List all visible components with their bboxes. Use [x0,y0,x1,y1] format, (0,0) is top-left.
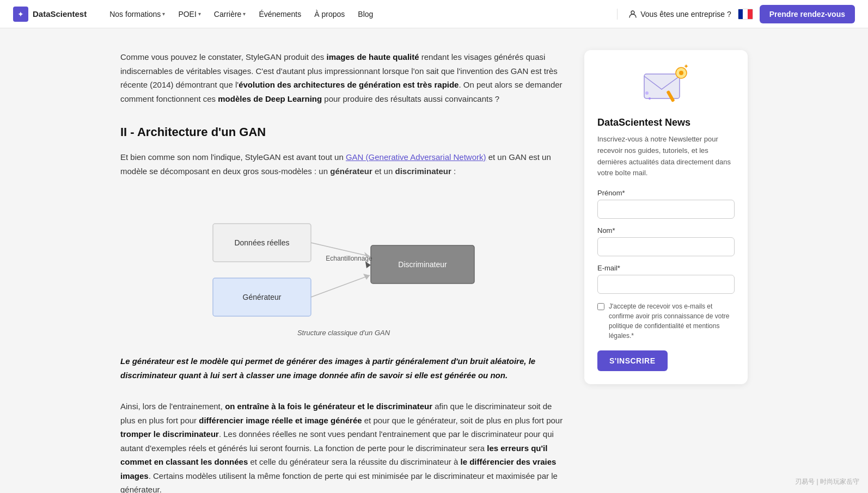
newsletter-desc: Inscrivez-vous à notre Newsletter pour r… [597,134,735,179]
nav-evenements[interactable]: Événements [253,7,307,22]
svg-text:Générateur: Générateur [243,293,282,301]
enterprise-link[interactable]: Vous êtes une entreprise ? [628,10,731,19]
svg-marker-11 [363,274,370,280]
main-content: Comme vous pouvez le constater, StyleGAN… [120,50,567,493]
svg-line-10 [311,275,370,297]
subscribe-button[interactable]: S'INSCRIRE [597,350,668,371]
nav-carriere[interactable]: Carrière ▾ [209,7,252,22]
svg-point-19 [649,97,651,100]
checkbox-label: J'accepte de recevoir vos e-mails et con… [609,301,735,341]
enterprise-icon [628,10,637,19]
navbar-right: Vous êtes une entreprise ? Prendre rende… [613,5,855,23]
language-flag[interactable] [738,9,753,20]
sidebar: ✦ DataScientest News Inscrivez-vous à no… [584,50,748,493]
prenom-label: Prénom* [597,189,735,197]
newsletter-illustration: ✦ [597,63,735,108]
logo-text: DataScientest [33,9,87,19]
chevron-down-icon: ▾ [162,11,165,17]
blockquote-text: Le générateur est le modèle qui permet d… [120,354,567,382]
email-input[interactable] [597,275,735,294]
navbar: ✦ DataScientest Nos formations ▾ POEI ▾ … [0,0,868,28]
nav-apropos[interactable]: À propos [309,7,350,22]
gan-diagram: Données réelles Générateur Discriminateu… [202,191,485,322]
page-wrapper: Comme vous pouvez le constater, StyleGAN… [107,28,761,493]
section-intro: Et bien comme son nom l'indique, StyleGA… [120,150,567,178]
svg-point-15 [679,71,683,75]
cta-button[interactable]: Prendre rendez-vous [760,5,855,23]
svg-point-18 [645,91,649,95]
newsletter-card: ✦ DataScientest News Inscrivez-vous à no… [584,50,748,384]
email-group: E-mail* [597,264,735,294]
nav-blog[interactable]: Blog [352,7,378,22]
svg-marker-12 [365,262,371,268]
nom-label: Nom* [597,226,735,235]
prenom-group: Prénom* [597,189,735,219]
section-heading: II - Architecture d'un GAN [120,125,567,139]
svg-rect-13 [644,74,680,98]
diagram-caption: Structure classique d'un GAN [120,329,567,337]
intro-paragraph: Comme vous pouvez le constater, StyleGAN… [120,50,567,106]
diagram-container: Données réelles Générateur Discriminateu… [120,191,567,337]
svg-text:✦: ✦ [683,63,689,70]
nom-input[interactable] [597,237,735,256]
svg-text:Données réelles: Données réelles [234,238,289,247]
checkbox-row: J'accepte de recevoir vos e-mails et con… [597,301,735,341]
svg-point-0 [631,11,634,14]
nav-links: Nos formations ▾ POEI ▾ Carrière ▾ Événe… [104,7,613,22]
nav-nos-formations[interactable]: Nos formations ▾ [104,7,170,22]
newsletter-title: DataScientest News [597,117,735,128]
nom-group: Nom* [597,226,735,256]
email-label: E-mail* [597,264,735,272]
newsletter-form: Prénom* Nom* E-mail* J'accepte de recevo… [597,189,735,371]
chevron-down-icon: ▾ [243,11,246,17]
nav-poei[interactable]: POEI ▾ [173,7,206,22]
watermark: 刃易号 | 时尚玩家岳守 [795,477,859,486]
svg-text:Discriminateur: Discriminateur [398,260,447,269]
chevron-down-icon: ▾ [198,11,201,17]
bottom-paragraph: Ainsi, lors de l'entrainement, on entraî… [120,399,567,493]
svg-text:Echantillonnage: Echantillonnage [326,255,372,262]
prenom-input[interactable] [597,200,735,219]
gan-link[interactable]: GAN (Generative Adversarial Network) [346,152,486,162]
nav-divider [617,9,618,20]
logo[interactable]: ✦ DataScientest [13,7,87,22]
logo-icon: ✦ [13,7,28,22]
consent-checkbox[interactable] [597,303,604,310]
